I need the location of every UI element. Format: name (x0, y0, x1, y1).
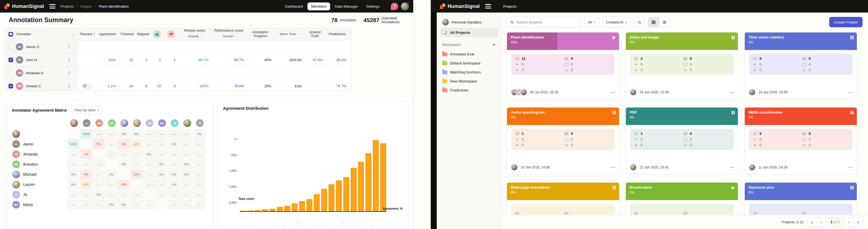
matrix-cell[interactable]: — (193, 169, 205, 179)
workspace-item-default-workspace[interactable]: Default workspace (439, 59, 498, 68)
matrix-cell[interactable]: 0% (143, 149, 155, 159)
histogram-bar[interactable] (262, 209, 268, 211)
matrix-cell[interactable]: 42% (80, 179, 92, 189)
mean-time-select[interactable]: Mean Time▾ (277, 31, 301, 37)
matrix-cell[interactable]: — (143, 179, 155, 189)
column-annotation-progress[interactable]: Annotation Progress (247, 28, 274, 40)
play-icon[interactable] (613, 36, 616, 40)
next-page-button[interactable]: › (844, 218, 854, 227)
select-all-checkbox[interactable] (8, 32, 13, 37)
matrix-cell[interactable]: — (130, 190, 143, 199)
hamburger-menu-icon[interactable] (50, 4, 56, 8)
column-skipped[interactable]: Skipped (136, 28, 150, 40)
matrix-cell[interactable]: — (105, 129, 117, 139)
matrix-cell[interactable]: — (143, 139, 155, 149)
matrix-cell[interactable]: — (181, 179, 193, 189)
matrix-cell[interactable] (93, 149, 105, 159)
workspace-item-new-workspace[interactable]: New Workspace (439, 77, 498, 86)
email-link[interactable]: al (351, 84, 351, 88)
column-email[interactable]: Email (349, 28, 351, 40)
pause-icon[interactable] (732, 111, 735, 115)
matrix-cell[interactable]: 2% (93, 139, 105, 149)
nav-item-settings[interactable]: Settings (363, 2, 383, 10)
column-paused[interactable]: Paused (80, 32, 92, 36)
row-menu-button[interactable]: ⋮ (64, 57, 74, 62)
matrix-cell[interactable]: 2% (80, 149, 92, 159)
matrix-cell[interactable]: 13% (118, 179, 130, 189)
matrix-cell[interactable]: — (105, 139, 117, 149)
thumbs-down-icon[interactable] (167, 31, 175, 38)
histogram-bar[interactable] (373, 140, 379, 211)
pause-icon[interactable] (850, 186, 854, 189)
performance-score-select[interactable]: Overall▾ (220, 34, 238, 39)
email-link[interactable]: al (351, 58, 351, 62)
matrix-cell[interactable]: 0% (181, 169, 193, 179)
column-finished[interactable]: Finished (118, 28, 136, 40)
workspace-item-predictions[interactable]: Predictions (439, 86, 498, 95)
sort-desc-icon[interactable]: ↓ (72, 32, 74, 36)
nav-item-data-manager[interactable]: Data Manager (331, 2, 362, 10)
row-checkbox[interactable] (8, 71, 13, 75)
histogram-bar[interactable] (240, 211, 246, 211)
matrix-cell[interactable]: — (181, 149, 193, 159)
histogram-bar[interactable] (284, 206, 290, 211)
matrix-cell[interactable]: — (156, 139, 167, 149)
nav-item-dashboard[interactable]: Dashboard (281, 2, 306, 10)
project-menu-button[interactable]: ··· (730, 90, 734, 94)
column-ground-truth[interactable]: Ground Truth (304, 28, 326, 40)
pause-icon[interactable] (732, 36, 735, 39)
matrix-cell[interactable]: — (67, 149, 80, 159)
filter-select[interactable]: All▾ (584, 17, 599, 27)
row-checkbox[interactable] (8, 44, 13, 49)
histogram-bar[interactable] (291, 203, 298, 211)
grid-view-button[interactable] (648, 17, 659, 27)
histogram-bar[interactable] (365, 153, 371, 211)
project-card[interactable]: Plant identification45%11✓5✦05★0⊘0A09 Ju… (507, 32, 619, 99)
matrix-cell[interactable]: 0% (193, 129, 205, 139)
project-menu-button[interactable]: ··· (848, 165, 853, 169)
sort-select[interactable]: Created At▾ (602, 17, 630, 27)
matrix-cell[interactable]: — (143, 169, 155, 179)
matrix-cell[interactable]: — (193, 139, 205, 149)
list-view-button[interactable] (659, 17, 670, 27)
histogram-bar[interactable] (270, 209, 276, 211)
project-menu-button[interactable]: ··· (611, 90, 615, 94)
histogram-bar[interactable] (380, 143, 386, 211)
matrix-cell[interactable]: — (118, 149, 130, 159)
matrix-cell[interactable]: — (156, 190, 167, 199)
matrix-cell[interactable]: 0% (118, 129, 130, 139)
row-menu-button[interactable]: ⋮ (64, 84, 74, 89)
play-icon[interactable] (732, 186, 735, 190)
matrix-cell[interactable]: — (156, 129, 167, 139)
row-checkbox[interactable]: ✓ (8, 84, 13, 89)
matrix-cell[interactable]: — (168, 200, 180, 209)
histogram-bar[interactable] (255, 210, 261, 211)
histogram-bar[interactable] (358, 162, 364, 211)
email-link[interactable]: al (351, 45, 351, 49)
matrix-cell[interactable]: — (143, 129, 155, 139)
project-card[interactable]: PDF0%1✓0✦00★0⊘012 Jun 2025, 15:41··· (626, 107, 738, 174)
histogram-bar[interactable] (314, 194, 320, 211)
project-card[interactable]: Audio spectrogram0%1✓0✦00★0⊘016 Jun 2025… (507, 107, 619, 174)
matrix-cell[interactable]: 0% (67, 179, 80, 189)
matrix-cell[interactable]: 0% (105, 169, 117, 179)
matrix-cell[interactable] (67, 129, 80, 139)
matrix-cell[interactable]: — (80, 200, 92, 209)
row-menu-button[interactable]: ⋮ (64, 44, 74, 49)
sidebar-item-all-projects[interactable]: All Projects (439, 28, 498, 37)
matrix-cell[interactable]: 0% (130, 129, 143, 139)
breadcrumb-item[interactable]: Projects (60, 4, 74, 8)
histogram-bar[interactable] (306, 199, 312, 211)
matrix-cell[interactable]: 0% (168, 169, 180, 179)
hamburger-menu-icon[interactable] (485, 4, 491, 8)
matrix-cell[interactable]: — (105, 179, 117, 189)
matrix-cell[interactable]: — (67, 190, 80, 199)
matrix-cell[interactable]: 0% (118, 159, 130, 169)
project-card[interactable]: Time series robotics0%6✓0✦00★0⊘016 Jun 2… (744, 32, 857, 99)
help-button[interactable]: ? (391, 3, 398, 10)
matrix-cell[interactable]: — (80, 159, 92, 169)
histogram-bar[interactable] (277, 207, 283, 211)
matrix-cell[interactable]: 0% (105, 200, 117, 209)
matrix-cell[interactable]: 6% (118, 139, 130, 149)
matrix-cell[interactable]: 0% (67, 169, 80, 179)
